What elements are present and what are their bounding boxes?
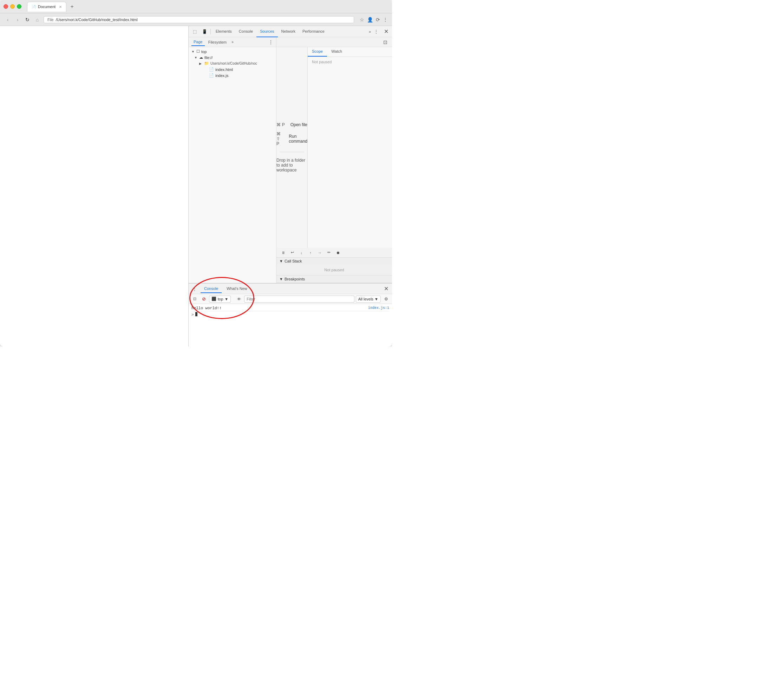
tree-item-file[interactable]: ▼ ☁ file:// — [189, 54, 276, 61]
call-stack-content: Not paused — [277, 265, 392, 275]
sources-panel: Page Filesystem » ⋮ ▼ ☐ top — [189, 37, 392, 283]
back-button[interactable]: ‹ — [4, 17, 11, 23]
arrow-icon: ▼ — [279, 277, 283, 281]
inspect-element-button[interactable]: ⬚ — [190, 27, 199, 36]
console-input-line: > — [191, 311, 389, 318]
arrow-icon: ▼ — [279, 259, 283, 263]
sync-button[interactable]: ⟳ — [376, 17, 380, 23]
tab-console-drawer[interactable]: Console — [201, 285, 222, 293]
console-log-text: hello world!! — [191, 306, 365, 310]
hint-divider — [280, 152, 304, 152]
file-tree-content: ▼ ☐ top ▼ ☁ file:// ▶ 📁 — [189, 47, 276, 283]
call-stack-section: ▼ Call Stack Not paused — [277, 257, 392, 276]
scope-panel: Scope Watch Not paused — [308, 47, 392, 248]
file-tree-more-button[interactable]: » — [231, 40, 234, 44]
dont-pause-button[interactable]: ⏺ — [334, 249, 342, 257]
file-tree-options-button[interactable]: ⋮ — [268, 40, 273, 45]
tree-item-users[interactable]: ▶ 📁 Users/nori.k/Code/GitHub/noc — [189, 61, 276, 66]
open-file-label: Open file — [290, 122, 307, 127]
address-bar: ‹ › ↻ ⌂ File /Users/nori.k/Code/GitHub/n… — [0, 13, 392, 26]
call-stack-header[interactable]: ▼ Call Stack — [277, 257, 392, 265]
arrow-icon: ▶ — [199, 62, 203, 65]
run-command-label: Run command — [289, 134, 307, 144]
more-tabs-button[interactable]: » — [369, 30, 371, 34]
title-bar: 📄 Document ✕ + — [0, 0, 392, 13]
eye-button[interactable]: 👁 — [235, 295, 243, 303]
address-field[interactable]: File /Users/nori.k/Code/GitHub/node_test… — [44, 16, 354, 23]
traffic-lights — [3, 4, 21, 9]
breakpoints-label: Breakpoints — [285, 277, 305, 281]
call-stack-status: Not paused — [324, 268, 344, 272]
step-out-button[interactable]: ↑ — [306, 249, 315, 257]
tab-console[interactable]: Console — [236, 26, 257, 37]
url-path: /Users/nori.k/Code/GitHub/node_test/inde… — [56, 18, 138, 22]
bookmark-button[interactable]: ☆ — [360, 17, 364, 23]
devtools-close-button[interactable]: ✕ — [382, 27, 390, 36]
file-tree-panel: Page Filesystem » ⋮ ▼ ☐ top — [189, 37, 277, 283]
pause-button[interactable]: ⏸ — [279, 249, 287, 257]
scope-not-paused: Not paused — [308, 57, 392, 67]
tab-watch[interactable]: Watch — [327, 47, 346, 56]
profile-button[interactable]: 👤 — [367, 17, 373, 23]
console-settings-button[interactable]: ⚙ — [382, 295, 390, 303]
step-into-button[interactable]: ↓ — [298, 249, 305, 257]
open-file-hint: ⌘ P Open file — [277, 122, 307, 127]
breakpoints-header[interactable]: ▼ Breakpoints — [277, 276, 392, 282]
run-command-hint: ⌘ ⇧ P Run command — [277, 132, 307, 146]
reload-button[interactable]: ↻ — [24, 17, 31, 23]
address-actions: ☆ 👤 ⟳ ⋮ — [360, 17, 388, 23]
close-button[interactable] — [3, 4, 8, 9]
console-prompt: > — [191, 313, 194, 317]
tab-performance[interactable]: Performance — [299, 26, 328, 37]
tab-close-button[interactable]: ✕ — [59, 5, 62, 9]
debugger-bar: ⏸ ↩ ↓ ↑ → ✏ ⏺ — [277, 248, 392, 257]
minimize-button[interactable] — [10, 4, 15, 9]
protocol-label: File — [48, 18, 54, 22]
maximize-button[interactable] — [17, 4, 21, 9]
level-dropdown-arrow: ▼ — [374, 297, 378, 301]
console-drawer-close-button[interactable]: ✕ — [382, 284, 390, 294]
tab-elements[interactable]: Elements — [212, 26, 236, 37]
console-context-select[interactable]: ⬛ top ▼ — [209, 295, 231, 303]
devtools-more-button[interactable]: ⋮ — [372, 27, 381, 36]
home-button[interactable]: ⌂ — [34, 17, 41, 23]
console-more-options-button[interactable]: ⋮ — [190, 284, 199, 294]
cursor — [195, 312, 198, 316]
drop-hint: Drop in a folder to add to workspace — [277, 158, 307, 173]
console-drawer-tabs: ⋮ Console What's New ✕ — [189, 284, 392, 294]
console-log-source[interactable]: index.js:1 — [368, 306, 389, 310]
step-over-button[interactable]: ↩ — [288, 249, 296, 257]
tab-page[interactable]: Page — [191, 38, 205, 46]
menu-button[interactable]: ⋮ — [383, 17, 388, 23]
code-hint-area: ⌘ P Open file ⌘ ⇧ P Run command Drop in … — [277, 47, 308, 248]
device-toolbar-button[interactable]: 📱 — [200, 27, 209, 36]
context-label: top — [218, 297, 223, 301]
console-cursor-icon — [195, 312, 198, 317]
tree-item-top[interactable]: ▼ ☐ top — [189, 48, 276, 54]
filter-button[interactable]: ⊘ — [200, 295, 208, 303]
breakpoints-section: ▼ Breakpoints — [277, 276, 392, 283]
folder-icon: 📁 — [204, 61, 209, 66]
tab-sources[interactable]: Sources — [257, 26, 277, 37]
clear-console-button[interactable]: ⊡ — [191, 295, 198, 303]
devtools-tabs: Elements Console Sources Network Perform… — [212, 26, 371, 37]
step-button[interactable]: → — [316, 249, 323, 257]
console-output: hello world!! index.js:1 > — [189, 304, 392, 346]
tab-whats-new[interactable]: What's New — [223, 285, 250, 293]
tab-filesystem[interactable]: Filesystem — [206, 39, 229, 46]
forward-button[interactable]: › — [14, 17, 21, 23]
arrow-icon: ▼ — [194, 56, 198, 59]
deactivate-button[interactable]: ✏ — [325, 249, 333, 257]
collapse-pane-button[interactable]: ⊡ — [382, 38, 389, 46]
cloud-icon: ☁ — [199, 55, 203, 60]
console-level-select[interactable]: All levels ▼ — [356, 295, 381, 303]
tree-item-index-js[interactable]: 📄 index.js — [189, 73, 276, 78]
tab-network[interactable]: Network — [278, 26, 299, 37]
tab-scope[interactable]: Scope — [308, 47, 327, 56]
browser-tab[interactable]: 📄 Document ✕ — [27, 2, 66, 12]
document-icon: 📄 — [31, 5, 36, 9]
new-tab-button[interactable]: + — [68, 2, 76, 11]
console-filter-input[interactable] — [244, 295, 354, 303]
tree-item-index-html[interactable]: 📄 index.html — [189, 66, 276, 73]
editor-panel: ⊡ ⌘ P Open file ⌘ ⇧ P Run command — [277, 37, 392, 283]
